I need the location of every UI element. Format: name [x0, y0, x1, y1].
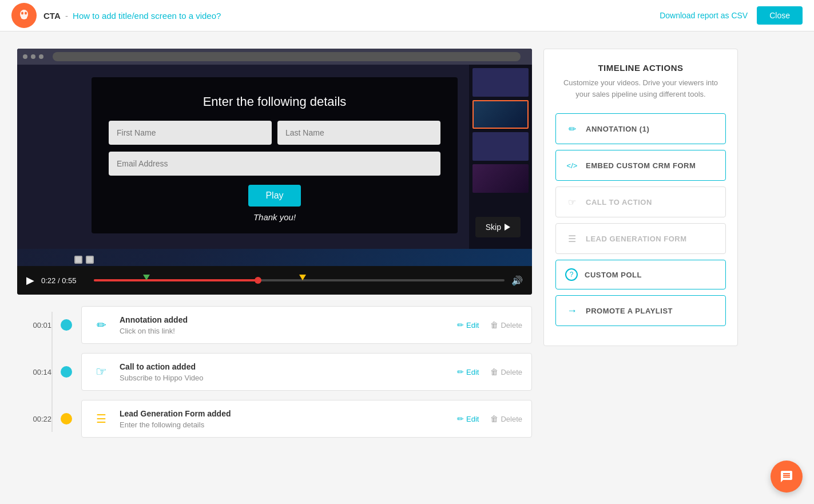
header-right: Download report as CSV Close [660, 6, 803, 25]
custom-poll-action-button[interactable]: ? CUSTOM POLL [555, 260, 726, 289]
custom-poll-action-label: CUSTOM POLL [585, 271, 642, 279]
email-row [109, 152, 440, 176]
annotation-action-label: ANNOTATION (1) [586, 125, 649, 133]
leadgen-action-label: LEAD GENERATION FORM [586, 235, 687, 243]
timeline-item: 00:14 ☞ Call to action added Subscribe t… [29, 353, 532, 391]
thumb-2 [472, 100, 529, 129]
edit-button-1[interactable]: ✏ Edit [457, 367, 479, 376]
timeline-actions-1: ✏ Edit 🗑 Delete [457, 367, 522, 376]
delete-button-2[interactable]: 🗑 Delete [490, 414, 522, 423]
delete-button-0[interactable]: 🗑 Delete [490, 320, 522, 330]
timeline-handles [74, 256, 94, 264]
timeline-card-2: ☰ Lead Generation Form added Enter the f… [81, 400, 532, 438]
timeline-title-2: Lead Generation Form added [120, 409, 449, 418]
timeline-item: 00:22 ☰ Lead Generation Form added Enter… [29, 400, 532, 438]
logo [11, 3, 37, 28]
leadgen-action-button[interactable]: ☰ LEAD GENERATION FORM [555, 223, 726, 254]
header-title: CTA - How to add title/end screen to a v… [43, 11, 221, 21]
panel-card: TIMELINE ACTIONS Customize your videos. … [543, 49, 738, 346]
timeline-dot-0 [61, 319, 72, 331]
progress-fill [94, 279, 258, 281]
timeline-info-2: Lead Generation Form added Enter the fol… [120, 409, 449, 429]
video-player: Enter the following details Play Thank y… [17, 49, 532, 295]
right-panel: TIMELINE ACTIONS Customize your videos. … [543, 49, 738, 447]
video-controls: ▶ 0:22 / 0:55 🔊 [17, 266, 532, 295]
browser-url-bar [53, 52, 521, 61]
name-row [109, 121, 440, 145]
timeline-actions-0: ✏ Edit 🗑 Delete [457, 320, 522, 330]
marker-leadgen [299, 275, 306, 280]
cta-action-button[interactable]: ☞ CALL TO ACTION [555, 186, 726, 217]
cta-action-label: CALL TO ACTION [586, 198, 652, 207]
leadgen-icon: ☰ [91, 408, 112, 429]
timeline-time-1: 00:14 [29, 368, 51, 376]
timeline-subtitle-0: Click on this link! [120, 327, 449, 335]
last-name-input[interactable] [277, 121, 440, 145]
timeline-dot-1 [61, 366, 72, 378]
skip-button[interactable]: Skip [475, 217, 521, 237]
embed-crm-action-label: EMBED CUSTOM CRM FORM [586, 161, 696, 170]
timeline-info-1: Call to action added Subscribe to Hippo … [120, 362, 449, 382]
chat-bubble[interactable] [771, 461, 803, 493]
thumb-1 [472, 68, 529, 97]
play-form-button[interactable]: Play [248, 185, 300, 207]
progress-bar[interactable] [94, 279, 505, 281]
browser-dot-1 [23, 54, 27, 59]
panel-description: Customize your videos. Drive your viewer… [555, 77, 726, 100]
timeline-vertical-line [51, 312, 53, 432]
browser-bar [17, 49, 532, 65]
timeline-card-1: ☞ Call to action added Subscribe to Hipp… [81, 353, 532, 391]
cta-label: CTA [43, 11, 61, 21]
edit-button-0[interactable]: ✏ Edit [457, 320, 479, 330]
annotation-action-icon: ✏ [565, 122, 579, 136]
volume-icon[interactable]: 🔊 [511, 275, 523, 286]
embed-crm-action-button[interactable]: </> EMBED CUSTOM CRM FORM [555, 150, 726, 181]
annotation-icon: ✏ [91, 315, 112, 335]
thumb-3 [472, 132, 529, 161]
timeline-item: 00:01 ✏ Annotation added Click on this l… [29, 306, 532, 344]
timeline-title-0: Annotation added [120, 315, 449, 324]
handle-right[interactable] [86, 256, 94, 264]
timeline-title-1: Call to action added [120, 362, 449, 371]
play-control-icon[interactable]: ▶ [26, 274, 34, 287]
cta-icon: ☞ [91, 362, 112, 382]
playlist-action-label: PROMOTE A PLAYLIST [586, 307, 673, 315]
timeline-time-2: 00:22 [29, 415, 51, 423]
marker-annotation [143, 275, 150, 280]
first-name-input[interactable] [109, 121, 272, 145]
time-display: 0:22 / 0:55 [41, 276, 87, 285]
leadgen-action-icon: ☰ [565, 232, 579, 245]
playlist-action-button[interactable]: → PROMOTE A PLAYLIST [555, 295, 726, 326]
email-input[interactable] [109, 152, 440, 176]
embed-crm-action-icon: </> [565, 158, 579, 172]
skip-label: Skip [486, 223, 501, 232]
edit-button-2[interactable]: ✏ Edit [457, 414, 479, 423]
download-csv-link[interactable]: Download report as CSV [660, 11, 748, 20]
overlay-title: Enter the following details [109, 94, 440, 109]
timeline-info-0: Annotation added Click on this link! [120, 315, 449, 335]
timeline-time-0: 00:01 [29, 321, 51, 330]
svg-point-3 [25, 12, 27, 15]
delete-button-1[interactable]: 🗑 Delete [490, 367, 522, 376]
handle-left[interactable] [74, 256, 82, 264]
video-overlay-form: Enter the following details Play Thank y… [92, 77, 458, 233]
svg-point-2 [21, 12, 23, 15]
annotation-action-button[interactable]: ✏ ANNOTATION (1) [555, 113, 726, 144]
close-button[interactable]: Close [757, 6, 803, 25]
header-link[interactable]: How to add title/end screen to a video? [73, 11, 221, 21]
main-content: Enter the following details Play Thank y… [0, 31, 814, 458]
svg-point-1 [20, 10, 28, 19]
separator: - [65, 11, 70, 21]
thankyou-text: Thank you! [109, 212, 440, 222]
timeline-actions-2: ✏ Edit 🗑 Delete [457, 414, 522, 423]
header: CTA - How to add title/end screen to a v… [0, 0, 814, 31]
timeline-wrapper: 00:01 ✏ Annotation added Click on this l… [17, 306, 532, 438]
panel-title: TIMELINE ACTIONS [555, 63, 726, 73]
timeline-subtitle-2: Enter the following details [120, 420, 449, 429]
timeline-dot-2 [61, 413, 72, 424]
thumb-4 [472, 164, 529, 193]
video-section: Enter the following details Play Thank y… [17, 49, 532, 447]
timeline-card-0: ✏ Annotation added Click on this link! ✏… [81, 306, 532, 344]
progress-thumb [255, 277, 261, 284]
video-screen: Enter the following details Play Thank y… [17, 49, 532, 266]
